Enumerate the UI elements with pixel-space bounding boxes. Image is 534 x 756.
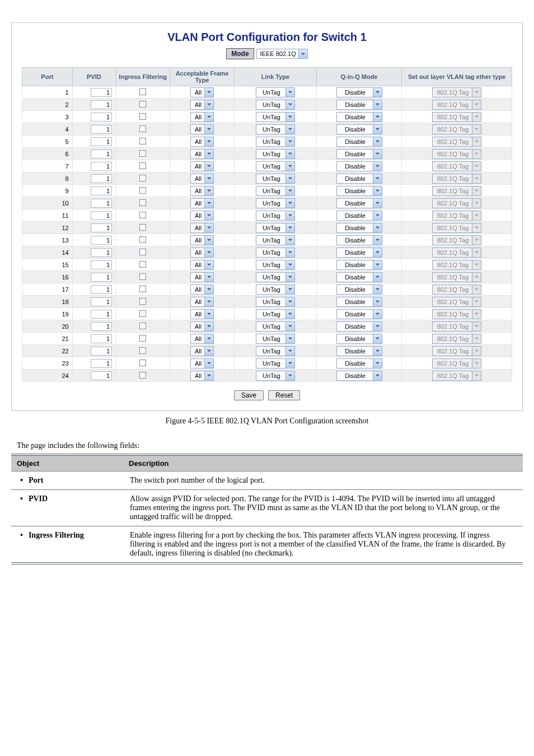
qinq-select[interactable]: Disable — [336, 161, 382, 171]
pvid-input[interactable] — [91, 150, 112, 158]
acceptable-select[interactable]: All — [190, 161, 214, 171]
pvid-input[interactable] — [91, 162, 112, 171]
linktype-select[interactable]: UnTag — [256, 346, 295, 356]
acceptable-select[interactable]: All — [190, 346, 214, 356]
qinq-select[interactable]: Disable — [336, 321, 382, 332]
pvid-input[interactable] — [91, 285, 112, 294]
acceptable-select[interactable]: All — [190, 371, 214, 381]
linktype-select[interactable]: UnTag — [256, 87, 295, 97]
acceptable-select[interactable]: All — [190, 334, 214, 344]
qinq-select[interactable]: Disable — [336, 272, 382, 282]
linktype-select[interactable]: UnTag — [256, 161, 295, 171]
ingress-checkbox[interactable] — [139, 224, 146, 231]
qinq-select[interactable]: Disable — [336, 211, 382, 221]
acceptable-select[interactable]: All — [190, 124, 214, 134]
ingress-checkbox[interactable] — [139, 261, 146, 268]
linktype-select[interactable]: UnTag — [256, 235, 295, 245]
pvid-input[interactable] — [91, 186, 112, 195]
linktype-select[interactable]: UnTag — [256, 137, 295, 147]
linktype-select[interactable]: UnTag — [256, 358, 295, 368]
pvid-input[interactable] — [91, 137, 112, 146]
acceptable-select[interactable]: All — [190, 198, 214, 208]
pvid-input[interactable] — [91, 359, 112, 368]
linktype-select[interactable]: UnTag — [256, 223, 295, 233]
linktype-select[interactable]: UnTag — [256, 334, 295, 344]
qinq-select[interactable]: Disable — [336, 223, 382, 233]
ingress-checkbox[interactable] — [139, 236, 146, 243]
linktype-select[interactable]: UnTag — [256, 112, 295, 122]
acceptable-select[interactable]: All — [190, 149, 214, 159]
pvid-input[interactable] — [91, 125, 112, 134]
acceptable-select[interactable]: All — [190, 211, 214, 221]
pvid-input[interactable] — [91, 260, 112, 269]
pvid-input[interactable] — [91, 273, 112, 282]
qinq-select[interactable]: Disable — [336, 248, 382, 258]
acceptable-select[interactable]: All — [190, 186, 214, 196]
qinq-select[interactable]: Disable — [336, 297, 382, 307]
linktype-select[interactable]: UnTag — [256, 198, 295, 208]
pvid-input[interactable] — [91, 113, 112, 122]
qinq-select[interactable]: Disable — [336, 235, 382, 245]
qinq-select[interactable]: Disable — [336, 174, 382, 184]
acceptable-select[interactable]: All — [190, 223, 214, 233]
reset-button[interactable]: Reset — [268, 390, 300, 400]
acceptable-select[interactable]: All — [190, 137, 214, 147]
ingress-checkbox[interactable] — [139, 162, 146, 169]
acceptable-select[interactable]: All — [190, 284, 214, 295]
pvid-input[interactable] — [91, 211, 112, 220]
qinq-select[interactable]: Disable — [336, 309, 382, 319]
acceptable-select[interactable]: All — [190, 100, 214, 110]
ingress-checkbox[interactable] — [139, 101, 146, 108]
linktype-select[interactable]: UnTag — [256, 186, 295, 196]
linktype-select[interactable]: UnTag — [256, 149, 295, 159]
acceptable-select[interactable]: All — [190, 260, 214, 270]
linktype-select[interactable]: UnTag — [256, 260, 295, 270]
qinq-select[interactable]: Disable — [336, 112, 382, 122]
acceptable-select[interactable]: All — [190, 272, 214, 282]
acceptable-select[interactable]: All — [190, 358, 214, 368]
qinq-select[interactable]: Disable — [336, 124, 382, 134]
qinq-select[interactable]: Disable — [336, 334, 382, 344]
pvid-input[interactable] — [91, 248, 112, 257]
ingress-checkbox[interactable] — [139, 273, 146, 280]
linktype-select[interactable]: UnTag — [256, 211, 295, 221]
qinq-select[interactable]: Disable — [336, 371, 382, 381]
ingress-checkbox[interactable] — [139, 249, 146, 255]
qinq-select[interactable]: Disable — [336, 198, 382, 208]
ingress-checkbox[interactable] — [139, 310, 146, 317]
linktype-select[interactable]: UnTag — [256, 174, 295, 184]
qinq-select[interactable]: Disable — [336, 87, 382, 97]
ingress-checkbox[interactable] — [139, 372, 146, 379]
linktype-select[interactable]: UnTag — [256, 309, 295, 319]
linktype-select[interactable]: UnTag — [256, 124, 295, 134]
pvid-input[interactable] — [91, 174, 112, 183]
qinq-select[interactable]: Disable — [336, 358, 382, 368]
ingress-checkbox[interactable] — [139, 150, 146, 157]
ingress-checkbox[interactable] — [139, 113, 146, 120]
qinq-select[interactable]: Disable — [336, 186, 382, 196]
pvid-input[interactable] — [91, 310, 112, 319]
qinq-select[interactable]: Disable — [336, 284, 382, 295]
qinq-select[interactable]: Disable — [336, 137, 382, 147]
ingress-checkbox[interactable] — [139, 212, 146, 218]
pvid-input[interactable] — [91, 223, 112, 232]
ingress-checkbox[interactable] — [139, 199, 146, 206]
acceptable-select[interactable]: All — [190, 248, 214, 258]
ingress-checkbox[interactable] — [139, 88, 146, 95]
qinq-select[interactable]: Disable — [336, 260, 382, 270]
ingress-checkbox[interactable] — [139, 187, 146, 194]
pvid-input[interactable] — [91, 199, 112, 208]
linktype-select[interactable]: UnTag — [256, 297, 295, 307]
save-button[interactable]: Save — [234, 390, 264, 400]
ingress-checkbox[interactable] — [139, 298, 146, 305]
pvid-input[interactable] — [91, 347, 112, 356]
qinq-select[interactable]: Disable — [336, 346, 382, 356]
qinq-select[interactable]: Disable — [336, 149, 382, 159]
linktype-select[interactable]: UnTag — [256, 100, 295, 110]
linktype-select[interactable]: UnTag — [256, 371, 295, 381]
acceptable-select[interactable]: All — [190, 297, 214, 307]
pvid-input[interactable] — [91, 334, 112, 343]
linktype-select[interactable]: UnTag — [256, 321, 295, 332]
pvid-input[interactable] — [91, 371, 112, 380]
acceptable-select[interactable]: All — [190, 87, 214, 97]
